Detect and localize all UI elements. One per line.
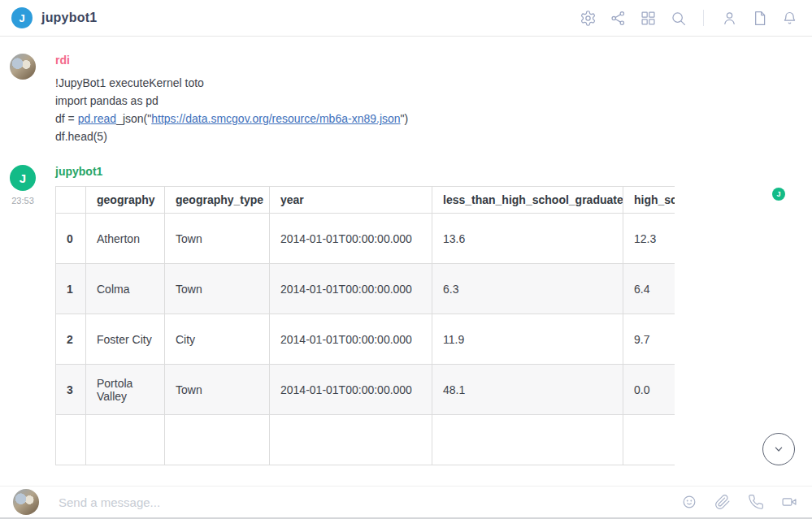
phone-icon[interactable] <box>745 491 767 513</box>
table-cell: 12.3 <box>623 214 675 264</box>
code-text: ") <box>401 112 409 125</box>
channel-avatar: J <box>11 7 33 28</box>
table-cell: 9.7 <box>623 314 675 365</box>
search-icon[interactable] <box>667 6 689 29</box>
chat-header: J jupybot1 <box>0 0 812 37</box>
emoji-icon[interactable] <box>678 491 701 513</box>
app-window: J jupybot1 <box>0 0 812 519</box>
dataframe-table: geographygeography_typeyearless_than_hig… <box>55 186 675 465</box>
message-timestamp: 23:53 <box>10 196 36 205</box>
table-cell: Atherton <box>86 214 165 264</box>
message-username[interactable]: rdi <box>55 52 796 67</box>
unread-badge-initial: J <box>776 190 780 198</box>
message-line: df = pd.read_json("https://data.smcgov.o… <box>55 110 796 128</box>
table-cell: Town <box>165 264 270 314</box>
jump-to-recent-button[interactable] <box>762 433 795 465</box>
table-cell: Colma <box>86 264 165 314</box>
table-cell: 6.4 <box>623 264 675 314</box>
message-jupybot1: J 23:53 jupybot1 geographygeography_type… <box>0 163 812 465</box>
table-cell <box>86 415 165 465</box>
message-rdi: rdi !JupyBot1 executeKernel toto import … <box>0 52 812 145</box>
table-cell <box>432 415 623 465</box>
table-cell: Portola Valley <box>86 365 165 415</box>
link-dataset-url[interactable]: https://data.smcgov.org/resource/mb6a-xn… <box>151 112 400 125</box>
message-username[interactable]: jupybot1 <box>55 163 796 178</box>
channel-title: jupybot1 <box>41 11 97 25</box>
unread-badge: J <box>772 188 785 201</box>
table-cell: Town <box>165 365 270 415</box>
table-cell: 2014-01-01T00:00:00.000 <box>270 365 432 415</box>
toolbar-divider <box>703 10 704 26</box>
table-cell: 2014-01-01T00:00:00.000 <box>270 314 432 365</box>
attachment-icon[interactable] <box>711 491 734 513</box>
table-cell <box>56 415 86 465</box>
share-icon[interactable] <box>606 6 629 29</box>
table-cell: 0.0 <box>623 365 675 415</box>
table-cell <box>623 415 675 465</box>
table-cell: 11.9 <box>432 314 623 365</box>
table-cell: City <box>165 314 270 365</box>
table-cell: 13.6 <box>432 214 623 264</box>
message-composer <box>0 486 812 519</box>
table-cell: 2014-01-01T00:00:00.000 <box>270 264 432 314</box>
column-header: geography <box>86 187 165 214</box>
message-list: rdi !JupyBot1 executeKernel toto import … <box>0 37 812 486</box>
message-input[interactable] <box>59 495 678 509</box>
composer-toolbar <box>678 491 801 513</box>
message-body: !JupyBot1 executeKernel toto import pand… <box>55 74 796 145</box>
table-cell: 6.3 <box>432 264 623 314</box>
user-avatar-rdi[interactable] <box>10 54 36 80</box>
table-cell <box>165 415 270 465</box>
table-cell: Town <box>165 214 270 264</box>
table-cell: 2 <box>56 314 86 365</box>
table-header-row: geographygeography_typeyearless_than_hig… <box>56 187 675 214</box>
bot-avatar[interactable]: J <box>10 165 36 191</box>
files-icon[interactable] <box>748 6 771 29</box>
link-pd-read[interactable]: pd.read <box>78 112 116 125</box>
table-cell: Foster City <box>86 314 165 365</box>
settings-icon[interactable] <box>576 6 599 29</box>
table-cell <box>270 415 432 465</box>
message-line: df.head(5) <box>55 128 796 145</box>
notifications-icon[interactable] <box>778 6 801 29</box>
table-row <box>56 415 675 465</box>
column-header: less_than_high_school_graduate <box>432 187 623 214</box>
current-user-avatar[interactable] <box>13 489 39 515</box>
video-call-icon[interactable] <box>778 491 801 513</box>
table-row: 3Portola ValleyTown2014-01-01T00:00:00.0… <box>56 365 675 415</box>
table-row: 0AthertonTown2014-01-01T00:00:00.00013.6… <box>56 214 675 264</box>
column-header: high_sc <box>623 187 675 214</box>
column-header: year <box>270 187 432 214</box>
message-line: !JupyBot1 executeKernel toto <box>55 74 796 92</box>
message-line: import pandas as pd <box>55 92 796 110</box>
column-header <box>56 187 86 214</box>
apps-icon[interactable] <box>636 6 659 29</box>
table-cell: 2014-01-01T00:00:00.000 <box>270 214 432 264</box>
dataframe-table-container: geographygeography_typeyearless_than_hig… <box>55 186 675 465</box>
bot-avatar-initial: J <box>20 171 26 185</box>
code-text: _json(" <box>116 112 151 125</box>
table-cell: 1 <box>56 264 86 314</box>
header-toolbar <box>576 6 801 29</box>
table-cell: 48.1 <box>432 365 623 415</box>
column-header: geography_type <box>165 187 270 214</box>
code-text: df = <box>55 112 78 125</box>
table-cell: 3 <box>56 365 86 415</box>
channel-avatar-initial: J <box>19 12 24 24</box>
members-icon[interactable] <box>718 6 740 29</box>
table-row: 1ColmaTown2014-01-01T00:00:00.0006.36.4 <box>56 264 675 314</box>
table-row: 2Foster CityCity2014-01-01T00:00:00.0001… <box>56 314 675 365</box>
table-cell: 0 <box>56 214 86 264</box>
